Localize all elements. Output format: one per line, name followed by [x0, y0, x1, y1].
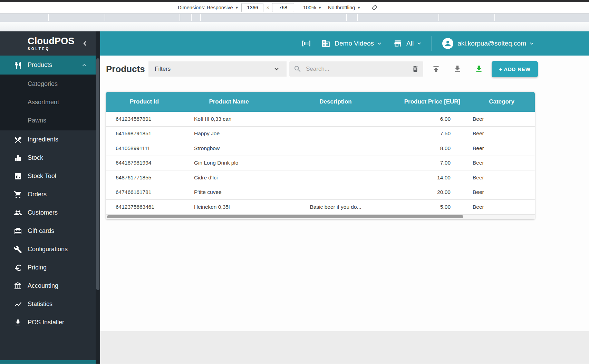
cell-product-name: Koff III 0,33 can — [183, 116, 275, 122]
storefront-icon — [393, 39, 402, 48]
cell-price: 20.00 — [396, 189, 469, 195]
cell-product-id: 641058991111 — [106, 145, 183, 151]
table-row[interactable]: 641598791851 Happy Joe 7.50 Beer — [106, 127, 535, 141]
store-selector-label: All — [406, 40, 414, 47]
clear-search-icon[interactable] — [412, 65, 419, 73]
sidebar-item-stock[interactable]: Stock — [0, 149, 96, 167]
table-row[interactable]: 644187981994 Gin Long Drink plo 7.00 Bee… — [106, 156, 535, 171]
wrench-icon — [14, 245, 22, 254]
bar-chart-icon — [14, 154, 22, 162]
cell-description: Basic beer if you do... — [275, 204, 396, 210]
column-header-product-price[interactable]: Product Price [EUR] — [396, 98, 469, 105]
sidebar-collapse-icon[interactable] — [80, 39, 89, 48]
app-header: Demo Videos All — [100, 31, 589, 56]
sidebar-item-pos-installer[interactable]: POS Installer — [0, 313, 96, 332]
cell-category: Beer — [469, 116, 535, 122]
cell-product-id: 648761771855 — [106, 175, 183, 181]
sidebar-item-configurations[interactable]: Configurations — [0, 240, 96, 258]
cloudpos-app: CloudPOS SOLTEQ Products Categories — [0, 31, 589, 364]
table-horizontal-scrollbar[interactable] — [106, 215, 535, 219]
table-row[interactable]: 6412375663461 Heineken 0,35l Basic beer … — [106, 200, 535, 215]
vertical-scroll-thumb[interactable] — [96, 58, 99, 290]
search-input[interactable] — [305, 65, 412, 73]
zoom-caret-icon[interactable]: ▼ — [318, 6, 322, 10]
logo-block: CloudPOS SOLTEQ — [0, 31, 96, 56]
column-header-product-id[interactable]: Product Id — [106, 98, 183, 105]
cell-price: 6.00 — [396, 116, 469, 122]
chevron-down-icon — [416, 40, 423, 47]
cell-product-name: Happy Joe — [183, 130, 275, 137]
sidebar-item-pricing[interactable]: Pricing — [0, 258, 96, 277]
sidebar-menu: Ingredients Stock Stock Tool — [0, 130, 96, 332]
store-selector[interactable]: All — [393, 39, 423, 48]
sidebar-item-customers[interactable]: Customers — [0, 204, 96, 222]
column-header-product-name[interactable]: Product Name — [183, 98, 275, 105]
download-icon — [14, 318, 22, 327]
sidebar-item-ingredients[interactable]: Ingredients — [0, 130, 96, 149]
cell-product-id: 647466161781 — [106, 189, 183, 195]
browser-tab-strip — [0, 13, 589, 22]
user-menu[interactable]: aki.korpua@solteq.com — [442, 38, 535, 49]
devtools-device-toolbar: Dimensions: Responsive ▼ × 100% ▼ No thr… — [0, 2, 589, 13]
column-header-description[interactable]: Description — [275, 98, 396, 105]
upload-icon[interactable] — [432, 65, 441, 73]
cell-price: 7.50 — [396, 130, 469, 137]
cell-product-name: P'tite cuvee — [183, 189, 275, 195]
sidebar-item-orders[interactable]: Orders — [0, 185, 96, 204]
barcode-scanner-icon[interactable] — [301, 39, 311, 48]
table-row[interactable]: 641234567891 Koff III 0,33 can 6.00 Beer — [106, 112, 535, 127]
rotate-viewport-icon[interactable] — [371, 4, 378, 11]
people-icon — [14, 209, 22, 217]
dimensions-caret-icon[interactable]: ▼ — [235, 6, 239, 10]
cell-product-name: Strongbow — [183, 145, 275, 151]
viewport-height-input[interactable] — [272, 3, 294, 12]
cell-product-name: Cidre d'Ici — [183, 175, 275, 181]
chevron-down-icon — [376, 40, 383, 47]
cell-category: Beer — [469, 160, 535, 166]
zoom-select[interactable]: 100% — [303, 5, 316, 10]
table-row[interactable]: 647466161781 P'tite cuvee 20.00 Beer — [106, 185, 535, 200]
horizontal-scroll-thumb[interactable] — [107, 215, 463, 218]
column-header-category[interactable]: Category — [469, 98, 535, 105]
download-green-icon[interactable] — [474, 65, 483, 73]
sidebar-item-gift-cards[interactable]: Gift cards — [0, 222, 96, 240]
filters-dropdown[interactable]: Filters — [148, 61, 287, 77]
utensils-icon — [14, 61, 22, 69]
table-header-row: Product Id Product Name Description Prod… — [106, 92, 535, 112]
sidebar-item-statistics[interactable]: Statistics — [0, 295, 96, 313]
cell-category: Beer — [469, 175, 535, 181]
table-row[interactable]: 641058991111 Strongbow 8.00 Beer — [106, 141, 535, 156]
cell-category: Beer — [469, 204, 535, 210]
throttling-select[interactable]: No throttling — [328, 5, 355, 10]
sidebar-subitem-pawns[interactable]: Pawns — [0, 111, 96, 130]
outside-viewport-area — [100, 331, 589, 364]
company-selector[interactable]: Demo Videos — [321, 39, 383, 48]
sidebar-subitem-assortment[interactable]: Assortment — [0, 93, 96, 111]
throttling-caret-icon[interactable]: ▼ — [357, 6, 361, 10]
sidebar-item-stock-tool[interactable]: Stock Tool — [0, 167, 96, 185]
cell-product-id: 641598791851 — [106, 130, 183, 137]
cell-category: Beer — [469, 130, 535, 137]
table-row[interactable]: 648761771855 Cidre d'Ici 14.00 Beer — [106, 170, 535, 185]
browser-toolbar-area — [0, 22, 589, 31]
bank-icon — [14, 282, 22, 290]
cell-price: 14.00 — [396, 175, 469, 181]
page-vertical-scrollbar[interactable] — [96, 31, 100, 364]
user-avatar-icon — [442, 38, 453, 49]
cell-price: 7.00 — [396, 160, 469, 166]
sidebar-item-accounting[interactable]: Accounting — [0, 277, 96, 295]
main-content: Demo Videos All — [100, 31, 589, 364]
chevron-down-icon — [528, 40, 535, 47]
cell-product-name: Gin Long Drink plo — [183, 160, 275, 166]
search-icon — [293, 65, 302, 73]
download-gray-icon[interactable] — [453, 65, 462, 73]
sidebar-bottom-highlight — [0, 360, 96, 364]
logo-subtitle: SOLTEQ — [28, 47, 75, 51]
sidebar-item-products[interactable]: Products — [0, 56, 96, 75]
cell-product-id: 6412375663461 — [106, 204, 183, 210]
add-new-button[interactable]: + ADD NEW — [492, 61, 538, 77]
viewport-width-input[interactable] — [241, 3, 263, 12]
page-toolbar: Products Filters — [100, 56, 589, 82]
cell-product-id: 644187981994 — [106, 160, 183, 166]
sidebar-subitem-categories[interactable]: Categories — [0, 75, 96, 93]
